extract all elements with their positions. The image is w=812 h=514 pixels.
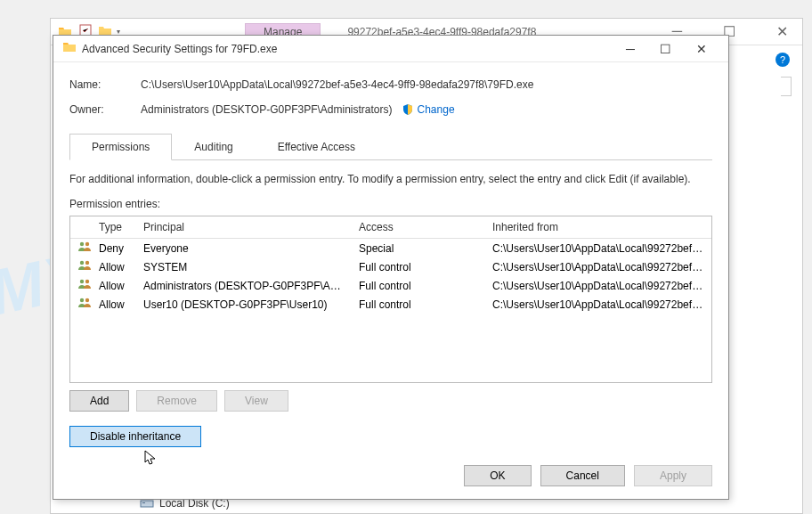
header-inherited[interactable]: Inherited from: [485, 216, 711, 238]
tab-effective-access[interactable]: Effective Access: [256, 134, 378, 160]
cell-inherited: C:\Users\User10\AppData\Local\99272bef-a…: [485, 298, 711, 312]
name-value: C:\Users\User10\AppData\Local\99272bef-a…: [141, 78, 533, 91]
people-icon: [77, 278, 92, 293]
minimize-button[interactable]: ─: [613, 38, 647, 60]
table-row[interactable]: AllowSYSTEMFull controlC:\Users\User10\A…: [70, 257, 711, 276]
disable-inheritance-button[interactable]: Disable inheritance: [69, 426, 201, 447]
close-button[interactable]: ✕: [684, 38, 719, 60]
folder-icon: [62, 40, 77, 58]
cell-inherited: C:\Users\User10\AppData\Local\99272bef-a…: [485, 260, 711, 274]
cell-inherited: C:\Users\User10\AppData\Local\99272bef-a…: [485, 241, 711, 256]
help-icon[interactable]: ?: [775, 53, 790, 67]
table-row[interactable]: AllowAdministrators (DESKTOP-G0PF3PF\Adm…: [70, 276, 711, 295]
owner-value: Administrators (DESKTOP-G0PF3PF\Administ…: [141, 103, 393, 116]
maximize-button[interactable]: ☐: [647, 38, 684, 60]
cell-principal: User10 (DESKTOP-G0PF3PF\User10): [136, 298, 352, 312]
remove-button: Remove: [136, 390, 217, 412]
apply-button: Apply: [634, 465, 712, 486]
svg-point-3: [80, 242, 84, 246]
permission-entries-list[interactable]: Type Principal Access Inherited from Den…: [69, 216, 712, 383]
table-row[interactable]: DenyEveryoneSpecialC:\Users\User10\AppDa…: [70, 239, 711, 257]
tab-permissions[interactable]: Permissions: [69, 134, 172, 160]
close-button[interactable]: ✕: [769, 20, 795, 44]
header-principal[interactable]: Principal: [136, 216, 352, 238]
cell-type: Deny: [92, 241, 136, 256]
header-type[interactable]: Type: [92, 216, 136, 238]
view-button: View: [224, 390, 288, 412]
cell-type: Allow: [92, 260, 136, 274]
ok-button[interactable]: OK: [464, 465, 531, 486]
cell-type: Allow: [92, 298, 136, 312]
people-icon: [77, 241, 92, 256]
svg-point-9: [80, 298, 84, 302]
name-label: Name:: [69, 78, 141, 91]
cell-type: Allow: [92, 279, 136, 293]
people-icon: [77, 297, 92, 312]
dialog-title: Advanced Security Settings for 79FD.exe: [82, 43, 277, 55]
svg-point-6: [85, 261, 89, 265]
advanced-security-dialog: Advanced Security Settings for 79FD.exe …: [53, 35, 729, 500]
svg-point-10: [85, 298, 89, 302]
address-bar-fragment: [781, 77, 792, 96]
change-owner-link[interactable]: Change: [402, 103, 455, 116]
svg-point-4: [85, 242, 89, 246]
entries-label: Permission entries:: [69, 198, 712, 210]
cell-principal: Everyone: [136, 241, 352, 256]
svg-rect-1: [141, 501, 153, 507]
change-link-text: Change: [418, 103, 455, 116]
svg-point-5: [80, 261, 84, 265]
table-row[interactable]: AllowUser10 (DESKTOP-G0PF3PF\User10)Full…: [70, 295, 711, 314]
tab-auditing[interactable]: Auditing: [172, 134, 255, 160]
dialog-titlebar[interactable]: Advanced Security Settings for 79FD.exe …: [53, 36, 728, 62]
svg-point-8: [85, 280, 89, 283]
add-button[interactable]: Add: [69, 390, 129, 412]
cancel-button[interactable]: Cancel: [540, 465, 625, 486]
svg-point-7: [80, 280, 84, 283]
cell-principal: SYSTEM: [136, 260, 352, 274]
cell-principal: Administrators (DESKTOP-G0PF3PF\Admini..…: [136, 279, 352, 293]
header-access[interactable]: Access: [352, 216, 485, 238]
dialog-footer: OK Cancel Apply: [53, 456, 728, 499]
shield-icon: [402, 103, 414, 116]
cell-inherited: C:\Users\User10\AppData\Local\99272bef-a…: [485, 279, 711, 293]
cell-access: Full control: [352, 298, 485, 312]
people-icon: [77, 259, 92, 274]
owner-label: Owner:: [69, 103, 141, 116]
cell-access: Full control: [352, 260, 485, 274]
info-text: For additional information, double-click…: [69, 173, 712, 185]
cell-access: Full control: [352, 279, 485, 293]
svg-rect-2: [142, 502, 145, 503]
cell-access: Special: [352, 241, 485, 256]
entries-header: Type Principal Access Inherited from: [70, 216, 711, 239]
